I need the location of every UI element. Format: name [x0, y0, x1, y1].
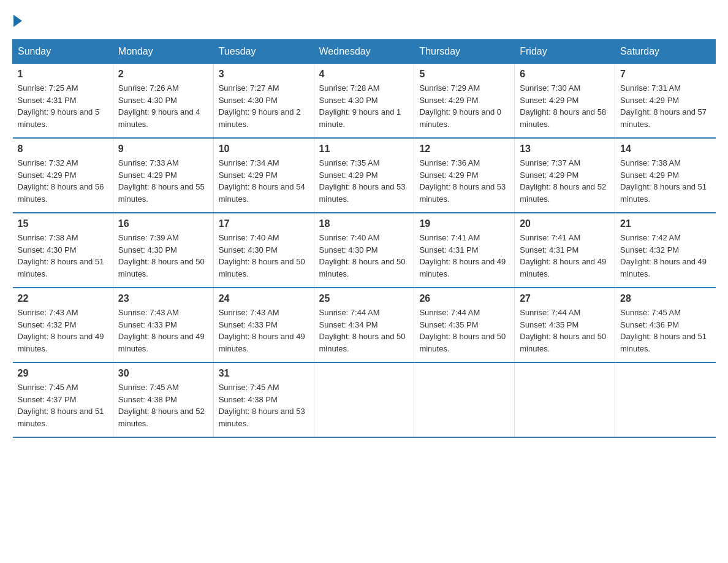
calendar-table: Sunday Monday Tuesday Wednesday Thursday…: [12, 39, 716, 438]
day-info: Sunrise: 7:45 AMSunset: 4:38 PMDaylight:…: [118, 381, 208, 429]
calendar-week-row: 8Sunrise: 7:32 AMSunset: 4:29 PMDaylight…: [13, 138, 716, 213]
header-thursday: Thursday: [414, 40, 515, 64]
table-row: 4Sunrise: 7:28 AMSunset: 4:30 PMDaylight…: [314, 64, 414, 139]
table-row: 6Sunrise: 7:30 AMSunset: 4:29 PMDaylight…: [515, 64, 615, 139]
day-info: Sunrise: 7:44 AMSunset: 4:35 PMDaylight:…: [520, 307, 610, 354]
table-row: 7Sunrise: 7:31 AMSunset: 4:29 PMDaylight…: [615, 64, 716, 139]
table-row: 17Sunrise: 7:40 AMSunset: 4:30 PMDayligh…: [213, 213, 314, 288]
header-friday: Friday: [515, 40, 615, 64]
table-row: 23Sunrise: 7:43 AMSunset: 4:33 PMDayligh…: [113, 288, 213, 362]
table-row: 5Sunrise: 7:29 AMSunset: 4:29 PMDaylight…: [414, 64, 515, 139]
table-row: [515, 362, 615, 437]
day-info: Sunrise: 7:41 AMSunset: 4:31 PMDaylight:…: [520, 232, 610, 280]
day-number: 22: [18, 293, 108, 304]
calendar-week-row: 1Sunrise: 7:25 AMSunset: 4:31 PMDaylight…: [13, 64, 716, 139]
table-row: 25Sunrise: 7:44 AMSunset: 4:34 PMDayligh…: [314, 288, 414, 362]
day-number: 3: [219, 69, 309, 80]
day-number: 28: [620, 293, 710, 304]
table-row: 21Sunrise: 7:42 AMSunset: 4:32 PMDayligh…: [615, 213, 716, 288]
table-row: 3Sunrise: 7:27 AMSunset: 4:30 PMDaylight…: [213, 64, 314, 139]
table-row: 11Sunrise: 7:35 AMSunset: 4:29 PMDayligh…: [314, 138, 414, 213]
day-info: Sunrise: 7:27 AMSunset: 4:30 PMDaylight:…: [219, 82, 309, 130]
day-number: 4: [319, 69, 409, 80]
table-row: 29Sunrise: 7:45 AMSunset: 4:37 PMDayligh…: [13, 362, 113, 437]
day-info: Sunrise: 7:44 AMSunset: 4:35 PMDaylight:…: [419, 307, 509, 354]
day-number: 7: [620, 69, 710, 80]
day-number: 21: [620, 218, 710, 229]
day-number: 29: [18, 368, 108, 379]
day-number: 18: [319, 218, 409, 229]
day-info: Sunrise: 7:40 AMSunset: 4:30 PMDaylight:…: [219, 232, 309, 280]
table-row: [615, 362, 716, 437]
header-row: Sunday Monday Tuesday Wednesday Thursday…: [13, 40, 716, 64]
table-row: 19Sunrise: 7:41 AMSunset: 4:31 PMDayligh…: [414, 213, 515, 288]
day-info: Sunrise: 7:43 AMSunset: 4:33 PMDaylight:…: [118, 307, 208, 354]
day-number: 14: [620, 144, 710, 155]
logo: [12, 12, 25, 27]
day-info: Sunrise: 7:38 AMSunset: 4:29 PMDaylight:…: [620, 157, 710, 205]
table-row: 8Sunrise: 7:32 AMSunset: 4:29 PMDaylight…: [13, 138, 113, 213]
day-info: Sunrise: 7:42 AMSunset: 4:32 PMDaylight:…: [620, 232, 710, 280]
calendar-week-row: 29Sunrise: 7:45 AMSunset: 4:37 PMDayligh…: [13, 362, 716, 437]
day-info: Sunrise: 7:26 AMSunset: 4:30 PMDaylight:…: [118, 82, 208, 130]
day-info: Sunrise: 7:32 AMSunset: 4:29 PMDaylight:…: [18, 157, 108, 205]
table-row: 12Sunrise: 7:36 AMSunset: 4:29 PMDayligh…: [414, 138, 515, 213]
day-number: 10: [219, 144, 309, 155]
day-number: 11: [319, 144, 409, 155]
table-row: 22Sunrise: 7:43 AMSunset: 4:32 PMDayligh…: [13, 288, 113, 362]
table-row: 9Sunrise: 7:33 AMSunset: 4:29 PMDaylight…: [113, 138, 213, 213]
day-info: Sunrise: 7:43 AMSunset: 4:32 PMDaylight:…: [18, 307, 108, 354]
table-row: 16Sunrise: 7:39 AMSunset: 4:30 PMDayligh…: [113, 213, 213, 288]
day-number: 13: [520, 144, 610, 155]
day-number: 12: [419, 144, 509, 155]
day-number: 30: [118, 368, 208, 379]
day-info: Sunrise: 7:40 AMSunset: 4:30 PMDaylight:…: [319, 232, 409, 280]
day-number: 19: [419, 218, 509, 229]
table-row: 31Sunrise: 7:45 AMSunset: 4:38 PMDayligh…: [213, 362, 314, 437]
day-number: 25: [319, 293, 409, 304]
day-number: 5: [419, 69, 509, 80]
header-sunday: Sunday: [13, 40, 113, 64]
day-info: Sunrise: 7:25 AMSunset: 4:31 PMDaylight:…: [18, 82, 108, 130]
day-info: Sunrise: 7:43 AMSunset: 4:33 PMDaylight:…: [219, 307, 309, 354]
day-number: 20: [520, 218, 610, 229]
calendar-week-row: 15Sunrise: 7:38 AMSunset: 4:30 PMDayligh…: [13, 213, 716, 288]
day-info: Sunrise: 7:41 AMSunset: 4:31 PMDaylight:…: [419, 232, 509, 280]
day-info: Sunrise: 7:45 AMSunset: 4:36 PMDaylight:…: [620, 307, 710, 354]
table-row: 15Sunrise: 7:38 AMSunset: 4:30 PMDayligh…: [13, 213, 113, 288]
table-row: 10Sunrise: 7:34 AMSunset: 4:29 PMDayligh…: [213, 138, 314, 213]
day-info: Sunrise: 7:39 AMSunset: 4:30 PMDaylight:…: [118, 232, 208, 280]
day-number: 2: [118, 69, 208, 80]
table-row: 30Sunrise: 7:45 AMSunset: 4:38 PMDayligh…: [113, 362, 213, 437]
header-saturday: Saturday: [615, 40, 716, 64]
day-info: Sunrise: 7:45 AMSunset: 4:38 PMDaylight:…: [219, 381, 309, 429]
table-row: 1Sunrise: 7:25 AMSunset: 4:31 PMDaylight…: [13, 64, 113, 139]
day-number: 8: [18, 144, 108, 155]
day-info: Sunrise: 7:35 AMSunset: 4:29 PMDaylight:…: [319, 157, 409, 205]
day-info: Sunrise: 7:44 AMSunset: 4:34 PMDaylight:…: [319, 307, 409, 354]
table-row: 27Sunrise: 7:44 AMSunset: 4:35 PMDayligh…: [515, 288, 615, 362]
day-info: Sunrise: 7:29 AMSunset: 4:29 PMDaylight:…: [419, 82, 509, 130]
calendar-header: Sunday Monday Tuesday Wednesday Thursday…: [13, 40, 716, 64]
table-row: 14Sunrise: 7:38 AMSunset: 4:29 PMDayligh…: [615, 138, 716, 213]
day-number: 9: [118, 144, 208, 155]
day-number: 1: [18, 69, 108, 80]
table-row: 20Sunrise: 7:41 AMSunset: 4:31 PMDayligh…: [515, 213, 615, 288]
header-wednesday: Wednesday: [314, 40, 414, 64]
day-info: Sunrise: 7:45 AMSunset: 4:37 PMDaylight:…: [18, 381, 108, 429]
day-number: 26: [419, 293, 509, 304]
table-row: 2Sunrise: 7:26 AMSunset: 4:30 PMDaylight…: [113, 64, 213, 139]
table-row: 13Sunrise: 7:37 AMSunset: 4:29 PMDayligh…: [515, 138, 615, 213]
day-info: Sunrise: 7:38 AMSunset: 4:30 PMDaylight:…: [18, 232, 108, 280]
day-number: 23: [118, 293, 208, 304]
day-info: Sunrise: 7:30 AMSunset: 4:29 PMDaylight:…: [520, 82, 610, 130]
header-tuesday: Tuesday: [213, 40, 314, 64]
day-number: 15: [18, 218, 108, 229]
page-header: [12, 12, 716, 27]
day-info: Sunrise: 7:37 AMSunset: 4:29 PMDaylight:…: [520, 157, 610, 205]
day-info: Sunrise: 7:34 AMSunset: 4:29 PMDaylight:…: [219, 157, 309, 205]
day-number: 17: [219, 218, 309, 229]
header-monday: Monday: [113, 40, 213, 64]
day-number: 6: [520, 69, 610, 80]
day-number: 27: [520, 293, 610, 304]
